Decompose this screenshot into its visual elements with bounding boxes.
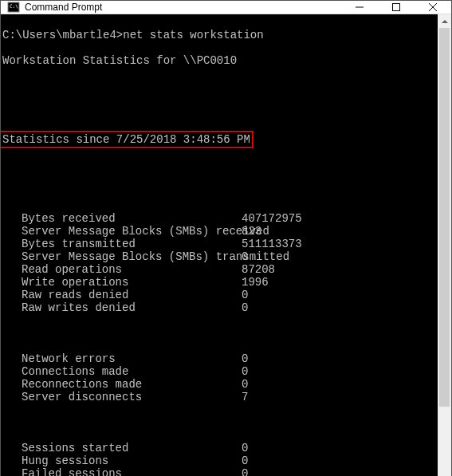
stat-row: Reconnections made0 <box>2 378 436 391</box>
stat-value: 1996 <box>242 276 436 289</box>
scroll-thumb[interactable] <box>439 28 450 407</box>
output-header: Workstation Statistics for \\PC0010 <box>2 54 436 67</box>
stat-value: 0 <box>242 378 436 391</box>
blank-line <box>2 80 436 92</box>
blank-line <box>2 187 436 199</box>
stat-value: 0 <box>242 365 436 378</box>
stat-row: Raw writes denied0 <box>2 301 436 314</box>
stat-label: Read operations <box>2 263 242 276</box>
stat-row: Raw reads denied0 <box>2 289 436 301</box>
stat-label: Bytes transmitted <box>2 238 242 250</box>
prompt-path: C:\Users\mbartle4> <box>2 29 123 41</box>
client-area: C:\Users\mbartle4>net stats workstation … <box>1 14 451 476</box>
stat-label: Write operations <box>2 276 242 289</box>
blank-line <box>2 161 436 174</box>
stat-value: 0 <box>242 352 436 365</box>
app-icon: C:\ <box>7 1 20 14</box>
stat-value: 7 <box>242 391 436 403</box>
minimize-button[interactable] <box>341 1 378 14</box>
stat-row: Read operations87208 <box>2 263 436 276</box>
stat-value: 511113373 <box>242 238 436 250</box>
stat-value: 407172975 <box>242 212 436 225</box>
stat-label: Sessions started <box>2 442 242 454</box>
prompt-line: C:\Users\mbartle4>net stats workstation <box>2 29 436 41</box>
stat-label: Connections made <box>2 365 242 378</box>
stat-label: Server Message Blocks (SMBs) transmitted <box>2 250 242 263</box>
maximize-button[interactable] <box>378 1 415 14</box>
stat-row: Hung sessions0 <box>2 454 436 467</box>
stats-group-1: Bytes received407172975Server Message Bl… <box>2 212 436 314</box>
stat-value: 0 <box>242 301 436 314</box>
stat-value: 0 <box>242 250 436 263</box>
since-line: Statistics since 7/25/2018 3:48:56 PM <box>1 131 254 148</box>
scroll-up-arrow[interactable] <box>438 14 451 28</box>
stat-value: 0 <box>242 442 436 454</box>
stat-label: Failed sessions <box>2 467 242 476</box>
stat-label: Raw writes denied <box>2 301 242 314</box>
stat-value: 823 <box>242 225 436 238</box>
stats-group-2: Network errors0Connections made0Reconnec… <box>2 352 436 403</box>
stat-value: 0 <box>242 289 436 301</box>
blank-line <box>2 105 436 118</box>
stat-row: Bytes received407172975 <box>2 212 436 225</box>
stat-row: Sessions started0 <box>2 442 436 454</box>
stat-label: Hung sessions <box>2 454 242 467</box>
stat-value: 0 <box>242 467 436 476</box>
close-button[interactable] <box>415 1 451 14</box>
blank-line <box>2 327 436 340</box>
vertical-scrollbar[interactable] <box>438 14 451 476</box>
svg-rect-3 <box>393 4 400 11</box>
stat-value: 87208 <box>242 263 436 276</box>
stats-group-3: Sessions started0Hung sessions0Failed se… <box>2 442 436 476</box>
stat-label: Raw reads denied <box>2 289 242 301</box>
stat-row: Network errors0 <box>2 352 436 365</box>
stat-value: 0 <box>242 454 436 467</box>
svg-marker-6 <box>442 20 448 23</box>
stat-row: Write operations1996 <box>2 276 436 289</box>
statistics-since-highlight: Statistics since 7/25/2018 3:48:56 PM <box>2 131 436 148</box>
stat-label: Network errors <box>2 352 242 365</box>
command-text: net stats workstation <box>123 29 263 41</box>
stat-label: Server disconnects <box>2 391 242 403</box>
terminal-output[interactable]: C:\Users\mbartle4>net stats workstation … <box>1 14 438 476</box>
blank-line <box>2 416 436 429</box>
stat-row: Connections made0 <box>2 365 436 378</box>
stat-row: Server disconnects7 <box>2 391 436 403</box>
window-controls <box>341 1 451 14</box>
stat-row: Failed sessions0 <box>2 467 436 476</box>
titlebar[interactable]: C:\ Command Prompt <box>1 1 451 14</box>
scroll-track[interactable] <box>438 28 451 476</box>
stat-label: Server Message Blocks (SMBs) received <box>2 225 242 238</box>
stat-label: Bytes received <box>2 212 242 225</box>
stat-row: Server Message Blocks (SMBs) transmitted… <box>2 250 436 263</box>
stat-row: Server Message Blocks (SMBs) received823 <box>2 225 436 238</box>
stat-label: Reconnections made <box>2 378 242 391</box>
stat-row: Bytes transmitted511113373 <box>2 238 436 250</box>
svg-text:C:\: C:\ <box>10 3 18 9</box>
window-title: Command Prompt <box>25 2 341 13</box>
command-prompt-window: C:\ Command Prompt C:\Users\mbartle4>net… <box>0 0 452 476</box>
